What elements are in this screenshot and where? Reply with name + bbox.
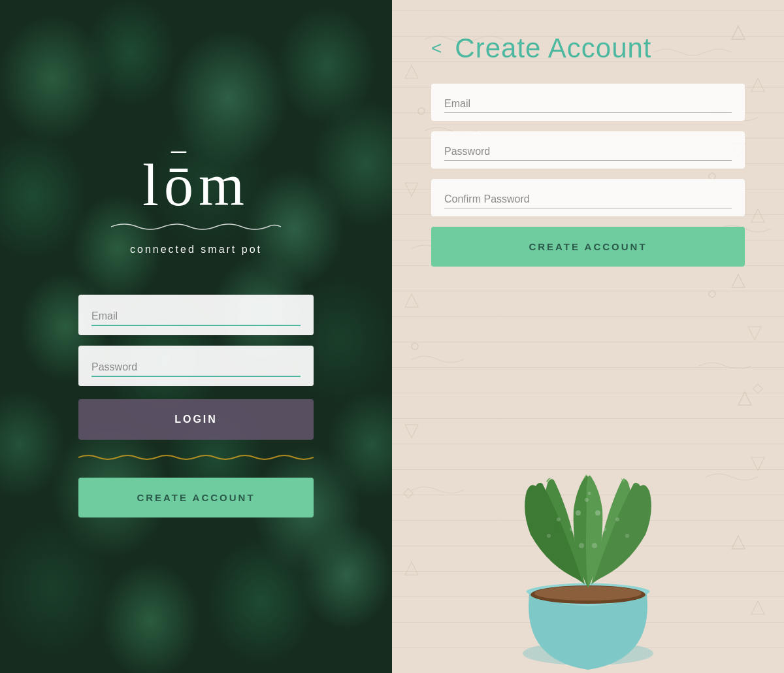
svg-point-29 — [592, 543, 597, 548]
svg-point-33 — [625, 534, 629, 538]
create-account-button-right[interactable]: CREATE ACCOUNT — [431, 227, 745, 267]
svg-marker-6 — [738, 392, 751, 405]
back-header: < Create Account — [431, 33, 745, 64]
svg-marker-8 — [732, 536, 745, 549]
right-email-container — [431, 84, 745, 121]
svg-marker-5 — [748, 327, 761, 340]
svg-marker-7 — [751, 457, 764, 470]
login-button[interactable]: LOGIN — [78, 399, 314, 440]
plant-illustration — [477, 399, 699, 673]
svg-point-32 — [615, 517, 619, 521]
left-content: lōm connected smart pot LOGIN CREATE — [0, 156, 392, 517]
svg-point-26 — [579, 543, 584, 548]
svg-marker-13 — [405, 425, 418, 438]
right-confirm-password-container — [431, 179, 745, 216]
right-content: < Create Account CREATE ACCOUNT — [392, 0, 784, 267]
svg-point-34 — [585, 498, 589, 502]
right-password-input[interactable] — [444, 143, 732, 161]
svg-marker-14 — [405, 562, 418, 575]
left-panel: lōm connected smart pot LOGIN CREATE — [0, 0, 392, 673]
logo-subtitle: connected smart pot — [111, 244, 281, 255]
email-input-container — [78, 295, 314, 335]
page-title: Create Account — [455, 33, 651, 64]
login-form: LOGIN CREATE ACCOUNT — [78, 295, 314, 517]
password-input[interactable] — [91, 359, 301, 377]
svg-point-30 — [557, 517, 561, 521]
back-button[interactable]: < — [431, 38, 442, 59]
create-account-button-left[interactable]: CREATE ACCOUNT — [78, 478, 314, 517]
logo-wave-icon — [111, 220, 281, 233]
svg-point-23 — [534, 586, 642, 600]
app-logo: lōm — [111, 156, 281, 215]
create-account-form: CREATE ACCOUNT — [431, 84, 745, 267]
svg-point-27 — [595, 510, 600, 516]
plant-svg — [477, 399, 699, 673]
svg-marker-12 — [405, 294, 418, 307]
svg-rect-20 — [404, 489, 413, 498]
svg-marker-4 — [732, 274, 745, 287]
svg-point-24 — [576, 510, 581, 516]
svg-point-18 — [709, 291, 715, 297]
svg-point-28 — [602, 527, 606, 531]
svg-point-17 — [412, 343, 418, 350]
right-panel: < Create Account CREATE ACCOUNT — [392, 0, 784, 673]
divider-wave — [78, 450, 314, 467]
right-email-input[interactable] — [444, 95, 732, 113]
svg-marker-9 — [751, 601, 764, 614]
right-confirm-password-input[interactable] — [444, 191, 732, 208]
svg-point-35 — [588, 492, 591, 495]
right-password-container — [431, 131, 745, 169]
svg-rect-19 — [753, 384, 762, 393]
email-input[interactable] — [91, 308, 301, 326]
logo-section: lōm connected smart pot — [111, 156, 281, 255]
svg-point-25 — [570, 527, 574, 531]
password-input-container — [78, 346, 314, 386]
svg-point-31 — [547, 534, 551, 538]
